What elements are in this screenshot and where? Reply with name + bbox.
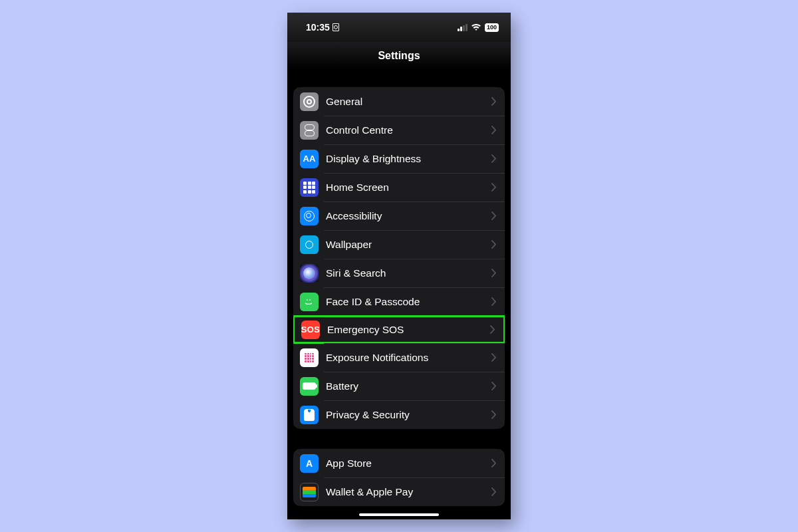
chevron-right-icon xyxy=(491,297,497,306)
chevron-right-icon xyxy=(491,211,497,220)
row-label: Home Screen xyxy=(326,182,491,194)
flower-icon xyxy=(300,235,319,254)
row-label: Face ID & Passcode xyxy=(326,296,491,308)
settings-group-2: App Store Wallet & Apple Pay xyxy=(293,449,505,506)
status-time: 10:35 xyxy=(306,22,330,33)
status-right: 100 xyxy=(458,23,499,32)
settings-row-battery[interactable]: Battery xyxy=(293,372,505,400)
settings-row-emergency-sos[interactable]: SOS Emergency SOS xyxy=(293,315,505,344)
chevron-right-icon xyxy=(491,97,497,106)
chevron-right-icon xyxy=(491,382,497,390)
settings-row-siri-search[interactable]: Siri & Search xyxy=(293,259,505,287)
text-size-icon: AA xyxy=(300,150,319,168)
exposure-icon xyxy=(300,348,319,367)
chevron-right-icon xyxy=(491,410,497,419)
chevron-right-icon xyxy=(491,353,497,362)
status-bar: 10:35 100 xyxy=(287,13,511,42)
row-label: Siri & Search xyxy=(326,267,491,279)
status-left: 10:35 xyxy=(306,22,339,33)
battery-indicator: 100 xyxy=(485,23,499,32)
hand-icon xyxy=(300,406,319,424)
settings-row-accessibility[interactable]: Accessibility xyxy=(293,201,505,230)
page-title: Settings xyxy=(378,50,420,62)
row-label: Control Centre xyxy=(326,124,491,136)
cellular-icon xyxy=(458,24,467,31)
row-label: Exposure Notifications xyxy=(326,352,491,364)
faceid-icon xyxy=(300,293,319,311)
row-label: Privacy & Security xyxy=(326,409,491,421)
settings-row-face-id-passcode[interactable]: Face ID & Passcode xyxy=(293,287,505,316)
gear-icon xyxy=(300,92,319,111)
appstore-icon xyxy=(300,454,319,473)
row-label: General xyxy=(326,96,491,108)
row-label: Wallet & Apple Pay xyxy=(326,486,491,498)
wifi-icon xyxy=(471,23,481,31)
row-label: Wallpaper xyxy=(326,239,491,251)
battery-icon xyxy=(300,377,319,396)
chevron-right-icon xyxy=(491,240,497,249)
settings-row-wallpaper[interactable]: Wallpaper xyxy=(293,230,505,259)
nav-bar: Settings xyxy=(287,42,511,70)
settings-row-wallet-apple-pay[interactable]: Wallet & Apple Pay xyxy=(293,477,505,506)
chevron-right-icon xyxy=(491,126,497,134)
focus-indicator-icon xyxy=(332,23,339,31)
settings-row-exposure-notifications[interactable]: Exposure Notifications xyxy=(293,343,505,372)
chevron-right-icon xyxy=(491,269,497,277)
chevron-right-icon xyxy=(491,154,497,163)
row-label: App Store xyxy=(326,458,491,469)
home-indicator[interactable] xyxy=(359,513,439,516)
settings-row-privacy-security[interactable]: Privacy & Security xyxy=(293,400,505,429)
settings-row-home-screen[interactable]: Home Screen xyxy=(293,173,505,201)
switches-icon xyxy=(300,121,319,140)
settings-row-display-brightness[interactable]: AA Display & Brightness xyxy=(293,144,505,173)
chevron-right-icon xyxy=(490,325,495,334)
settings-group-1: General Control Centre AA Display & Brig… xyxy=(293,87,505,429)
chevron-right-icon xyxy=(491,183,497,192)
battery-percent: 100 xyxy=(485,23,499,32)
settings-list[interactable]: General Control Centre AA Display & Brig… xyxy=(287,70,511,519)
row-label: Display & Brightness xyxy=(326,153,491,165)
wallet-icon xyxy=(300,483,319,501)
phone-frame: 10:35 100 Settings General xyxy=(287,13,511,519)
settings-row-control-centre[interactable]: Control Centre xyxy=(293,116,505,144)
sos-icon: SOS xyxy=(301,321,320,339)
row-label: Accessibility xyxy=(326,210,491,222)
settings-row-general[interactable]: General xyxy=(293,87,505,116)
chevron-right-icon xyxy=(491,459,497,467)
accessibility-icon xyxy=(300,207,319,225)
grid-icon xyxy=(300,178,319,197)
row-label: Battery xyxy=(326,380,491,392)
settings-row-app-store[interactable]: App Store xyxy=(293,449,505,477)
siri-icon xyxy=(300,264,319,283)
row-label: Emergency SOS xyxy=(327,324,490,336)
chevron-right-icon xyxy=(491,487,497,496)
